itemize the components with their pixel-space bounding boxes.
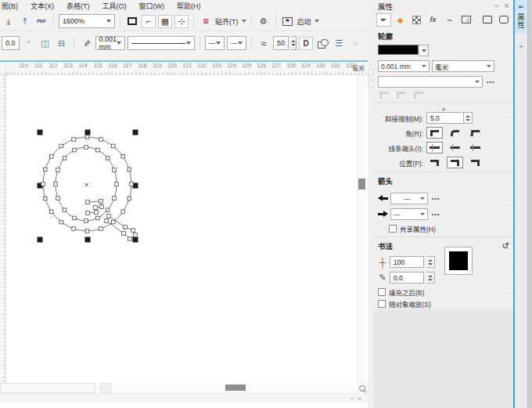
curve-mode-icon[interactable]: ~ bbox=[442, 13, 457, 27]
zoom-level-combo[interactable]: 1600% bbox=[59, 14, 115, 28]
splitter-button-bottom[interactable] bbox=[368, 80, 373, 87]
curve-node[interactable] bbox=[105, 219, 109, 223]
nib-shape-preview[interactable] bbox=[444, 247, 473, 275]
miter-limit-input[interactable]: 5.0 bbox=[426, 112, 464, 124]
curve-node[interactable] bbox=[72, 138, 76, 142]
curve-node[interactable] bbox=[73, 148, 77, 152]
tab-properties[interactable]: ✒ 属性 bbox=[515, 0, 527, 34]
curve-node[interactable] bbox=[122, 232, 126, 236]
vertical-scrollbar[interactable] bbox=[357, 75, 365, 383]
menu-bitmap[interactable]: 图(B) bbox=[2, 1, 18, 11]
close-curve-icon[interactable]: D bbox=[299, 37, 313, 50]
curve-node[interactable] bbox=[43, 168, 47, 172]
curve-node[interactable] bbox=[128, 237, 132, 241]
curve-node[interactable] bbox=[84, 146, 88, 150]
scale-with-object-checkbox[interactable] bbox=[378, 300, 386, 308]
curve-node[interactable] bbox=[106, 156, 110, 160]
outline-style-combo[interactable] bbox=[378, 76, 483, 88]
curve-node[interactable] bbox=[54, 182, 58, 186]
fullscreen-preview-icon[interactable] bbox=[125, 15, 139, 28]
curve-node[interactable] bbox=[124, 226, 128, 229]
curve-node[interactable] bbox=[96, 148, 100, 152]
docker-close-icon[interactable]: ✕ bbox=[504, 2, 509, 9]
menu-table[interactable]: 表格(T) bbox=[66, 1, 90, 11]
effects-mode-icon[interactable]: fx bbox=[426, 13, 440, 27]
curve-node[interactable] bbox=[131, 229, 135, 233]
curve-node[interactable] bbox=[113, 168, 117, 172]
cap-butt-button[interactable] bbox=[426, 142, 443, 153]
horizontal-ruler[interactable]: 毫米 1101111121131141151161171181191201211… bbox=[6, 62, 368, 75]
curve-node[interactable] bbox=[121, 210, 125, 214]
behind-fill-checkbox[interactable] bbox=[378, 288, 386, 296]
curve-node[interactable] bbox=[111, 220, 115, 224]
curve-node[interactable] bbox=[86, 200, 90, 204]
corner-miter-button[interactable] bbox=[426, 127, 443, 139]
fill-mode-icon[interactable]: ◆ bbox=[393, 13, 408, 27]
status-overflow-icon[interactable]: » bbox=[358, 395, 361, 403]
launch-icon[interactable]: ⚑ bbox=[281, 15, 295, 28]
curve-node[interactable] bbox=[85, 229, 89, 233]
curve-node[interactable] bbox=[56, 168, 60, 172]
curve-node[interactable] bbox=[107, 215, 111, 218]
curve-node[interactable] bbox=[63, 208, 66, 212]
launch-dropdown[interactable]: 启动 bbox=[297, 16, 319, 27]
mirror-horizontal-icon[interactable]: ◫ bbox=[38, 37, 52, 50]
outline-width-combo[interactable]: 0.001 mm bbox=[95, 36, 126, 50]
stretch-spinner[interactable] bbox=[426, 256, 435, 268]
frame-mode-icon[interactable] bbox=[480, 13, 494, 27]
miter-limit-spinner[interactable] bbox=[464, 112, 473, 124]
curve-node[interactable] bbox=[49, 154, 53, 158]
arrow-end-combo[interactable]: — bbox=[227, 36, 246, 50]
section-collapse-arrow[interactable]: ▲ bbox=[378, 106, 509, 112]
pdf-share-icon[interactable]: PDF bbox=[34, 15, 49, 28]
node-list-icon[interactable]: ☰ bbox=[332, 37, 346, 50]
curve-node[interactable] bbox=[128, 168, 131, 172]
position-outside-button[interactable] bbox=[426, 157, 443, 168]
scroll-left-box[interactable] bbox=[100, 383, 111, 393]
share-attributes-checkbox[interactable] bbox=[389, 225, 397, 233]
curve-node[interactable] bbox=[113, 197, 117, 200]
curve-node[interactable] bbox=[59, 144, 63, 148]
nib-angle-input[interactable]: 0.0 bbox=[390, 272, 424, 283]
arrow-start-selector[interactable]: — bbox=[390, 193, 428, 204]
position-inside-button[interactable] bbox=[467, 157, 483, 168]
outline-color-combo[interactable] bbox=[378, 45, 429, 56]
outline-width-field[interactable]: 0.001 mm bbox=[378, 60, 430, 72]
menu-help[interactable]: 帮助(H) bbox=[177, 1, 201, 11]
stretch-input[interactable]: 100 bbox=[390, 256, 424, 268]
mirror-vertical-icon[interactable]: ⊟ bbox=[55, 37, 69, 50]
cap-round-button[interactable] bbox=[447, 142, 463, 153]
rotation-angle-input[interactable]: 0.0 bbox=[2, 36, 20, 50]
vertical-ruler[interactable] bbox=[0, 75, 6, 383]
import-icon[interactable]: ⤓ bbox=[2, 15, 16, 28]
snap-dropdown[interactable]: 贴齐(T) bbox=[215, 16, 246, 27]
arrow-end-selector[interactable]: — bbox=[390, 208, 428, 220]
nib-angle-spinner[interactable] bbox=[426, 272, 435, 283]
page-navigator[interactable] bbox=[0, 383, 95, 393]
add-docker-button[interactable]: + bbox=[519, 42, 523, 51]
smoothness-input[interactable]: 50 bbox=[273, 36, 289, 50]
menu-tools[interactable]: 工具(O) bbox=[102, 1, 127, 11]
convert-shapes-icon[interactable] bbox=[315, 37, 329, 50]
show-guidelines-icon[interactable]: ⊹ bbox=[174, 15, 189, 28]
curve-node[interactable] bbox=[72, 227, 76, 231]
curve-node[interactable] bbox=[134, 233, 138, 237]
horizontal-scrollbar-thumb[interactable] bbox=[225, 385, 246, 391]
curve-node[interactable] bbox=[43, 197, 47, 200]
curve-node[interactable] bbox=[56, 197, 60, 200]
outline-mode-icon[interactable]: ✒ bbox=[376, 13, 391, 27]
arrow-start-combo[interactable]: — bbox=[205, 36, 225, 50]
line-style-combo[interactable] bbox=[128, 36, 195, 50]
menu-text[interactable]: 文本(X) bbox=[31, 1, 54, 11]
curve-node[interactable] bbox=[121, 154, 125, 158]
smoothness-spinner[interactable] bbox=[291, 36, 297, 50]
curve-node[interactable] bbox=[106, 208, 110, 212]
docker-collapse-icon[interactable]: ›› bbox=[494, 2, 498, 9]
drawing-canvas[interactable]: × bbox=[6, 75, 368, 383]
q-curve-object[interactable]: × bbox=[6, 75, 360, 382]
curve-node[interactable] bbox=[41, 182, 45, 186]
curve-node[interactable] bbox=[73, 216, 77, 220]
curve-node[interactable] bbox=[95, 211, 99, 215]
curve-node[interactable] bbox=[99, 200, 103, 204]
curve-node[interactable] bbox=[84, 219, 88, 223]
